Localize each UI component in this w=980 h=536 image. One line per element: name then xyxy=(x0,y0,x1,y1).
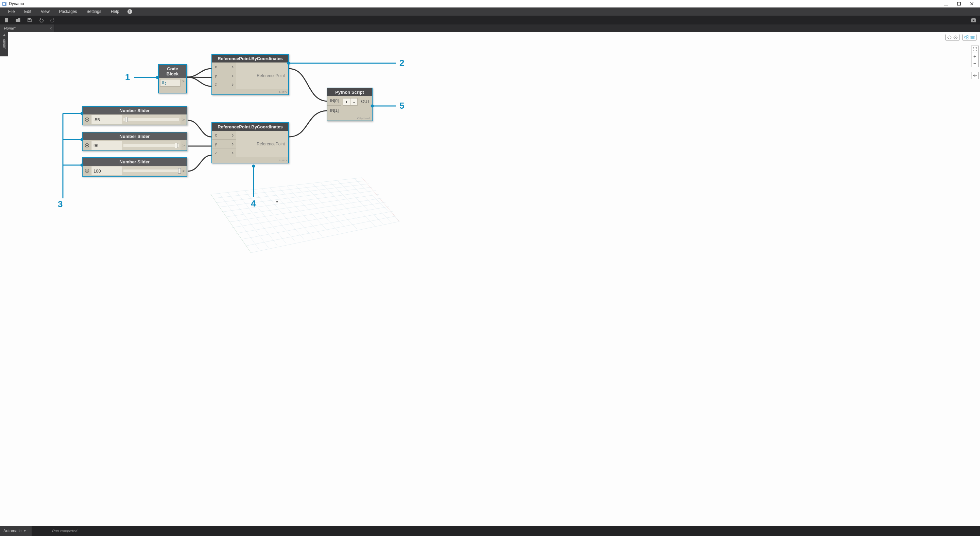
menu-bar: File Edit View Packages Settings Help ! xyxy=(0,8,980,16)
chevron-right-icon: › xyxy=(229,150,236,156)
code-input[interactable] xyxy=(160,79,180,87)
input-port-z[interactable]: z› xyxy=(212,80,236,89)
caret-down-icon: ▼ xyxy=(24,530,26,533)
info-icon[interactable]: ! xyxy=(127,9,132,14)
lacing-badge: AUTO xyxy=(279,159,287,162)
node-title[interactable]: Code Block xyxy=(159,65,186,78)
input-port-x[interactable]: x› xyxy=(212,131,236,140)
svg-point-34 xyxy=(85,118,89,122)
library-label: Library xyxy=(2,39,6,49)
node-number-slider-1[interactable]: Number Slider -55 > xyxy=(82,106,187,125)
node-title[interactable]: ReferencePoint.ByCoordinates xyxy=(212,55,288,62)
save-icon[interactable] xyxy=(27,17,33,23)
zoom-out-button[interactable] xyxy=(971,60,978,67)
node-title[interactable]: Number Slider xyxy=(83,107,187,114)
app-title: Dynamo xyxy=(9,2,24,6)
chevron-right-icon: › xyxy=(229,73,236,79)
add-port-button[interactable]: + xyxy=(343,98,350,106)
fit-view-button[interactable] xyxy=(971,46,978,53)
input-port-x[interactable]: x› xyxy=(212,62,236,71)
library-panel-toggle[interactable]: ➔ Library xyxy=(0,32,8,56)
slider-thumb[interactable] xyxy=(178,168,181,174)
svg-point-36 xyxy=(85,169,89,173)
geometry-view-toggle[interactable] xyxy=(945,34,959,41)
menu-view[interactable]: View xyxy=(36,8,54,16)
node-number-slider-2[interactable]: Number Slider 96 > xyxy=(82,132,187,151)
menu-help[interactable]: Help xyxy=(106,8,124,16)
node-referencepoint-1[interactable]: ReferencePoint.ByCoordinates x› y› z› Re… xyxy=(212,54,289,95)
annotation-4: 4 xyxy=(251,198,256,209)
run-mode-dropdown[interactable]: Automatic ▼ xyxy=(0,526,32,536)
close-button[interactable] xyxy=(969,0,975,7)
svg-rect-13 xyxy=(971,38,974,38)
code-output-port[interactable]: > xyxy=(181,79,186,87)
title-bar: Dynamo xyxy=(0,0,980,8)
slider-value[interactable]: 100 xyxy=(91,167,122,175)
input-port-z[interactable]: z› xyxy=(212,148,236,157)
solid-view-icon xyxy=(947,35,952,40)
minimize-button[interactable] xyxy=(943,0,950,7)
new-file-icon[interactable] xyxy=(3,17,10,23)
input-port-y[interactable]: y› xyxy=(212,140,236,148)
node-view-icon xyxy=(964,35,969,40)
svg-rect-9 xyxy=(965,37,966,38)
svg-point-31 xyxy=(253,165,255,167)
output-port[interactable]: ReferencePoint xyxy=(236,131,288,157)
slider-value[interactable]: 96 xyxy=(91,141,122,150)
app-logo-icon xyxy=(2,2,7,6)
redo-icon[interactable] xyxy=(49,17,56,23)
tab-close-icon[interactable]: × xyxy=(49,26,52,31)
node-number-slider-3[interactable]: Number Slider 100 > xyxy=(82,157,187,177)
zoom-in-button[interactable] xyxy=(971,52,978,60)
slider-output-port[interactable]: > xyxy=(180,117,187,122)
slider-output-port[interactable]: > xyxy=(180,143,187,147)
node-referencepoint-2[interactable]: ReferencePoint.ByCoordinates x› y› z› Re… xyxy=(212,122,289,163)
node-python-script[interactable]: Python Script IN[0] IN[1] + - OUT CPytho… xyxy=(327,88,372,121)
slider-track[interactable] xyxy=(122,167,180,175)
menu-edit[interactable]: Edit xyxy=(19,8,36,16)
input-port-y[interactable]: y› xyxy=(212,71,236,80)
input-port-in0[interactable]: IN[0] xyxy=(327,96,341,106)
expand-icon[interactable] xyxy=(83,115,91,124)
output-port[interactable]: ReferencePoint xyxy=(236,62,288,89)
run-mode-label: Automatic xyxy=(3,528,21,533)
open-file-icon[interactable] xyxy=(15,17,21,23)
menu-file[interactable]: File xyxy=(3,8,19,16)
graph-canvas[interactable]: ➔ Library xyxy=(0,32,980,526)
tab-label: Home* xyxy=(4,26,16,30)
slider-thumb[interactable] xyxy=(125,117,128,122)
menu-settings[interactable]: Settings xyxy=(82,8,106,16)
input-port-in1[interactable]: IN[1] xyxy=(327,106,341,115)
status-bar: Automatic ▼ Run completed. xyxy=(0,526,980,536)
node-title[interactable]: Number Slider xyxy=(83,158,187,166)
slider-track[interactable] xyxy=(122,115,180,124)
undo-icon[interactable] xyxy=(38,17,44,23)
chevron-right-icon: › xyxy=(229,132,236,138)
maximize-button[interactable] xyxy=(956,0,963,7)
chevron-right-icon: › xyxy=(229,64,236,70)
tab-home[interactable]: Home* × xyxy=(0,24,54,32)
toolbar xyxy=(0,16,980,24)
slider-output-port[interactable]: > xyxy=(180,169,187,173)
pan-button[interactable] xyxy=(971,72,978,79)
output-port[interactable]: OUT xyxy=(358,97,373,106)
screenshot-icon[interactable] xyxy=(970,17,977,23)
run-status: Run completed. xyxy=(52,529,78,533)
node-title[interactable]: Number Slider xyxy=(83,132,187,140)
expand-icon[interactable] xyxy=(83,167,91,175)
svg-point-19 xyxy=(276,201,278,203)
engine-badge: CPython3 xyxy=(357,117,371,120)
svg-rect-10 xyxy=(967,36,968,37)
slider-value[interactable]: -55 xyxy=(91,115,122,124)
remove-port-button[interactable]: - xyxy=(350,98,358,106)
node-title[interactable]: Python Script xyxy=(327,88,372,96)
node-code-block[interactable]: Code Block > xyxy=(158,64,187,94)
slider-track[interactable] xyxy=(122,141,180,150)
menu-packages[interactable]: Packages xyxy=(54,8,82,16)
graph-view-toggle[interactable] xyxy=(963,34,977,41)
expand-icon[interactable] xyxy=(83,141,91,150)
lacing-badge: AUTO xyxy=(279,91,287,94)
node-title[interactable]: ReferencePoint.ByCoordinates xyxy=(212,123,288,131)
slider-thumb[interactable] xyxy=(175,143,177,148)
wire-view-icon xyxy=(953,35,958,40)
